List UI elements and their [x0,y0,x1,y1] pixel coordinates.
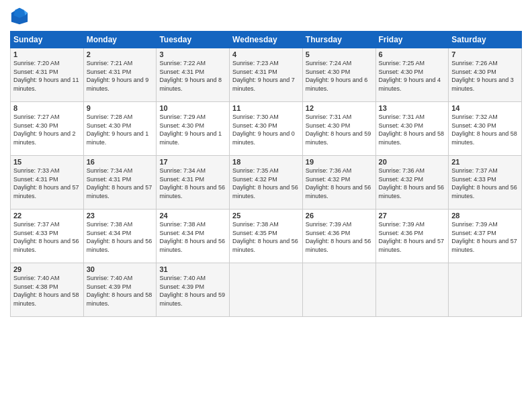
day-info: Sunrise: 7:38 AMSunset: 4:35 PMDaylight:… [232,220,300,254]
calendar-cell: 12Sunrise: 7:31 AMSunset: 4:30 PMDayligh… [302,102,375,156]
day-number: 10 [159,104,226,112]
day-info: Sunrise: 7:32 AMSunset: 4:30 PMDaylight:… [451,113,519,146]
day-info: Sunrise: 7:26 AMSunset: 4:30 PMDaylight:… [451,59,519,93]
day-info: Sunrise: 7:24 AMSunset: 4:30 PMDaylight:… [306,59,373,93]
day-number: 22 [13,212,81,220]
day-number: 27 [379,212,446,220]
calendar-cell: 28Sunrise: 7:39 AMSunset: 4:37 PMDayligh… [449,210,522,263]
calendar-cell: 23Sunrise: 7:38 AMSunset: 4:34 PMDayligh… [83,210,157,263]
day-info: Sunrise: 7:22 AMSunset: 4:31 PMDaylight:… [159,59,226,93]
day-number: 5 [306,50,373,58]
day-info: Sunrise: 7:36 AMSunset: 4:32 PMDaylight:… [379,167,446,200]
day-info: Sunrise: 7:37 AMSunset: 4:33 PMDaylight:… [13,220,81,254]
calendar-cell: 16Sunrise: 7:34 AMSunset: 4:31 PMDayligh… [83,156,157,210]
calendar-cell: 15Sunrise: 7:33 AMSunset: 4:31 PMDayligh… [11,156,84,210]
day-number: 16 [87,158,154,166]
day-info: Sunrise: 7:38 AMSunset: 4:34 PMDaylight:… [87,220,154,254]
day-info: Sunrise: 7:40 AMSunset: 4:38 PMDaylight:… [13,274,81,308]
calendar-cell: 5Sunrise: 7:24 AMSunset: 4:30 PMDaylight… [302,48,375,102]
day-number: 29 [13,265,81,273]
day-info: Sunrise: 7:27 AMSunset: 4:30 PMDaylight:… [13,113,81,146]
day-number: 2 [87,50,154,58]
header-cell-monday: Monday [83,32,157,48]
calendar-week-2: 15Sunrise: 7:33 AMSunset: 4:31 PMDayligh… [11,156,522,210]
calendar-cell [230,263,303,317]
day-info: Sunrise: 7:34 AMSunset: 4:31 PMDaylight:… [87,167,154,200]
day-number: 19 [306,158,373,166]
calendar-cell: 1Sunrise: 7:20 AMSunset: 4:31 PMDaylight… [11,48,84,102]
day-info: Sunrise: 7:34 AMSunset: 4:31 PMDaylight:… [159,167,226,200]
calendar-cell: 3Sunrise: 7:22 AMSunset: 4:31 PMDaylight… [157,48,230,102]
calendar-cell: 29Sunrise: 7:40 AMSunset: 4:38 PMDayligh… [11,263,84,317]
calendar-week-0: 1Sunrise: 7:20 AMSunset: 4:31 PMDaylight… [11,48,522,102]
calendar-cell: 14Sunrise: 7:32 AMSunset: 4:30 PMDayligh… [449,102,522,156]
day-number: 12 [306,104,373,112]
header-row: SundayMondayTuesdayWednesdayThursdayFrid… [11,32,522,48]
header-cell-saturday: Saturday [449,32,522,48]
day-info: Sunrise: 7:39 AMSunset: 4:36 PMDaylight:… [306,220,373,254]
day-number: 17 [159,158,226,166]
header-cell-thursday: Thursday [302,32,375,48]
day-number: 26 [306,212,373,220]
calendar-table: SundayMondayTuesdayWednesdayThursdayFrid… [10,31,522,317]
calendar-cell: 2Sunrise: 7:21 AMSunset: 4:31 PMDaylight… [83,48,157,102]
day-info: Sunrise: 7:20 AMSunset: 4:31 PMDaylight:… [13,59,81,93]
calendar-cell: 21Sunrise: 7:37 AMSunset: 4:33 PMDayligh… [449,156,522,210]
day-number: 13 [379,104,446,112]
day-number: 31 [159,265,226,273]
day-info: Sunrise: 7:35 AMSunset: 4:32 PMDaylight:… [232,167,300,200]
day-info: Sunrise: 7:38 AMSunset: 4:34 PMDaylight:… [159,220,226,254]
day-number: 20 [379,158,446,166]
calendar-cell: 18Sunrise: 7:35 AMSunset: 4:32 PMDayligh… [230,156,303,210]
calendar-cell: 19Sunrise: 7:36 AMSunset: 4:32 PMDayligh… [302,156,375,210]
calendar-cell: 26Sunrise: 7:39 AMSunset: 4:36 PMDayligh… [302,210,375,263]
header-cell-wednesday: Wednesday [230,32,303,48]
day-number: 7 [451,50,519,58]
day-number: 11 [232,104,300,112]
day-number: 9 [87,104,154,112]
calendar-cell: 25Sunrise: 7:38 AMSunset: 4:35 PMDayligh… [230,210,303,263]
day-info: Sunrise: 7:23 AMSunset: 4:31 PMDaylight:… [232,59,300,93]
day-info: Sunrise: 7:31 AMSunset: 4:30 PMDaylight:… [379,113,446,146]
day-info: Sunrise: 7:28 AMSunset: 4:30 PMDaylight:… [87,113,154,146]
calendar-cell [375,263,449,317]
day-number: 3 [159,50,226,58]
day-info: Sunrise: 7:39 AMSunset: 4:36 PMDaylight:… [379,220,446,254]
day-number: 21 [451,158,519,166]
day-number: 1 [13,50,81,58]
day-info: Sunrise: 7:29 AMSunset: 4:30 PMDaylight:… [159,113,226,146]
header [10,7,522,26]
day-info: Sunrise: 7:21 AMSunset: 4:31 PMDaylight:… [87,59,154,93]
day-number: 8 [13,104,81,112]
header-cell-tuesday: Tuesday [157,32,230,48]
calendar-cell: 8Sunrise: 7:27 AMSunset: 4:30 PMDaylight… [11,102,84,156]
day-number: 30 [87,265,154,273]
day-number: 18 [232,158,300,166]
day-number: 15 [13,158,81,166]
calendar-cell: 24Sunrise: 7:38 AMSunset: 4:34 PMDayligh… [157,210,230,263]
calendar-cell: 30Sunrise: 7:40 AMSunset: 4:39 PMDayligh… [83,263,157,317]
calendar-cell: 22Sunrise: 7:37 AMSunset: 4:33 PMDayligh… [11,210,84,263]
day-number: 23 [87,212,154,220]
calendar-cell: 10Sunrise: 7:29 AMSunset: 4:30 PMDayligh… [157,102,230,156]
calendar-cell: 7Sunrise: 7:26 AMSunset: 4:30 PMDaylight… [449,48,522,102]
calendar-week-1: 8Sunrise: 7:27 AMSunset: 4:30 PMDaylight… [11,102,522,156]
day-info: Sunrise: 7:39 AMSunset: 4:37 PMDaylight:… [451,220,519,254]
day-number: 25 [232,212,300,220]
day-number: 28 [451,212,519,220]
day-info: Sunrise: 7:31 AMSunset: 4:30 PMDaylight:… [306,113,373,146]
day-info: Sunrise: 7:25 AMSunset: 4:30 PMDaylight:… [379,59,446,93]
calendar-week-4: 29Sunrise: 7:40 AMSunset: 4:38 PMDayligh… [11,263,522,317]
day-info: Sunrise: 7:40 AMSunset: 4:39 PMDaylight:… [159,274,226,308]
day-number: 6 [379,50,446,58]
calendar-cell: 11Sunrise: 7:30 AMSunset: 4:30 PMDayligh… [230,102,303,156]
logo-icon [10,7,29,26]
calendar-cell: 13Sunrise: 7:31 AMSunset: 4:30 PMDayligh… [375,102,449,156]
calendar-cell: 17Sunrise: 7:34 AMSunset: 4:31 PMDayligh… [157,156,230,210]
calendar-cell [449,263,522,317]
calendar-cell: 27Sunrise: 7:39 AMSunset: 4:36 PMDayligh… [375,210,449,263]
calendar-cell [302,263,375,317]
day-info: Sunrise: 7:36 AMSunset: 4:32 PMDaylight:… [306,167,373,200]
calendar-week-3: 22Sunrise: 7:37 AMSunset: 4:33 PMDayligh… [11,210,522,263]
day-number: 24 [159,212,226,220]
